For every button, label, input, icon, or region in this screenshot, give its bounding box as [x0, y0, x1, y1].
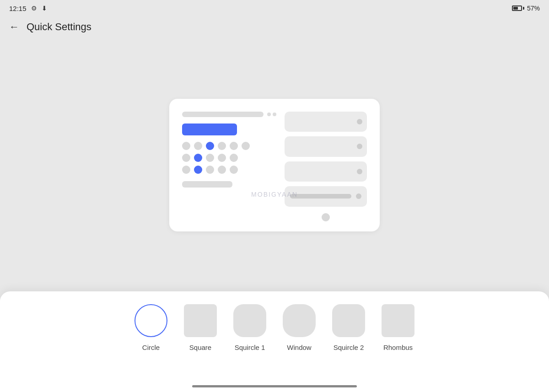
shape-item-circle[interactable]: Circle	[133, 302, 169, 351]
nav-indicator	[192, 385, 357, 387]
grid-dot-blue	[206, 142, 214, 150]
battery-icon	[512, 5, 524, 11]
grid-dot	[182, 166, 190, 174]
grid-dot	[194, 142, 202, 150]
right-card-dot	[357, 144, 362, 149]
squircle1-icon	[233, 304, 266, 337]
card-left	[182, 112, 276, 221]
battery-percent: 57%	[527, 5, 540, 12]
grid-dot	[206, 154, 214, 162]
shape-item-squircle2[interactable]: Squircle 2	[330, 302, 367, 351]
header: ← Quick Settings	[0, 16, 549, 40]
grid-dot	[230, 166, 238, 174]
card-header-bar	[182, 112, 264, 117]
card-header-dots	[267, 113, 276, 116]
card-right	[285, 112, 367, 221]
circle-icon-wrap	[133, 302, 169, 339]
card-bottom-dot	[322, 213, 330, 221]
squircle2-label: Squircle 2	[334, 344, 364, 351]
squircle1-icon-wrap	[231, 302, 268, 339]
shape-item-squircle1[interactable]: Squircle 1	[231, 302, 268, 351]
grid-dot	[230, 154, 238, 162]
circle-icon	[135, 304, 167, 337]
bottom-bar-left	[182, 181, 232, 188]
window-icon-wrap	[281, 302, 318, 339]
card-bottom-center	[285, 213, 367, 221]
shape-item-rhombus[interactable]: Rhombus	[380, 302, 416, 351]
square-label: Square	[189, 344, 211, 351]
right-card-item	[285, 136, 367, 157]
grid-row	[182, 166, 276, 174]
preview-card	[169, 99, 380, 231]
page-title: Quick Settings	[27, 21, 92, 33]
grid-dot	[206, 166, 214, 174]
grid-row	[182, 142, 276, 150]
shape-item-window[interactable]: Window	[281, 302, 318, 351]
grid-dot	[218, 154, 226, 162]
square-icon-wrap	[182, 302, 219, 339]
grid-dot	[230, 142, 238, 150]
grid-rows	[182, 142, 276, 174]
settings-status-icon: ⚙	[31, 5, 37, 12]
squircle1-label: Squircle 1	[235, 344, 265, 351]
status-left: 12:15 ⚙ ⬇	[9, 5, 47, 12]
rhombus-icon	[382, 304, 414, 337]
right-card-dot	[357, 169, 362, 174]
window-label: Window	[287, 344, 311, 351]
squircle2-icon-wrap	[330, 302, 367, 339]
grid-dot	[182, 142, 190, 150]
right-card-item	[285, 112, 367, 132]
grid-dot-blue	[194, 154, 202, 162]
status-time: 12:15	[9, 5, 27, 12]
grid-dot	[182, 154, 190, 162]
grid-dot	[218, 166, 226, 174]
right-card-item	[285, 161, 367, 182]
circle-label: Circle	[142, 344, 160, 351]
right-card-bottom-bar	[290, 194, 351, 199]
square-icon	[184, 304, 217, 337]
right-card-dot	[357, 119, 362, 124]
shape-options: Circle Square Squircle 1 Window	[114, 302, 435, 351]
main-content	[0, 40, 549, 290]
card-header-dot	[273, 113, 276, 116]
grid-dot-blue	[194, 166, 202, 174]
shape-item-square[interactable]: Square	[182, 302, 219, 351]
grid-row	[182, 154, 276, 162]
download-status-icon: ⬇	[42, 5, 47, 12]
window-icon	[283, 304, 316, 337]
back-button[interactable]: ←	[9, 21, 19, 33]
status-right: 57%	[512, 5, 540, 12]
blue-bar	[182, 124, 237, 135]
grid-dot	[242, 142, 250, 150]
card-header-dot	[267, 113, 271, 116]
right-card-dot	[356, 193, 361, 199]
rhombus-label: Rhombus	[383, 344, 413, 351]
status-bar: 12:15 ⚙ ⬇ 57%	[0, 0, 549, 16]
bottom-sheet: Circle Square Squircle 1 Window	[0, 291, 549, 392]
right-card-bottom	[285, 186, 367, 207]
grid-dot	[218, 142, 226, 150]
rhombus-icon-wrap	[380, 302, 416, 339]
card-header-row	[182, 112, 276, 117]
squircle2-icon	[332, 304, 365, 337]
